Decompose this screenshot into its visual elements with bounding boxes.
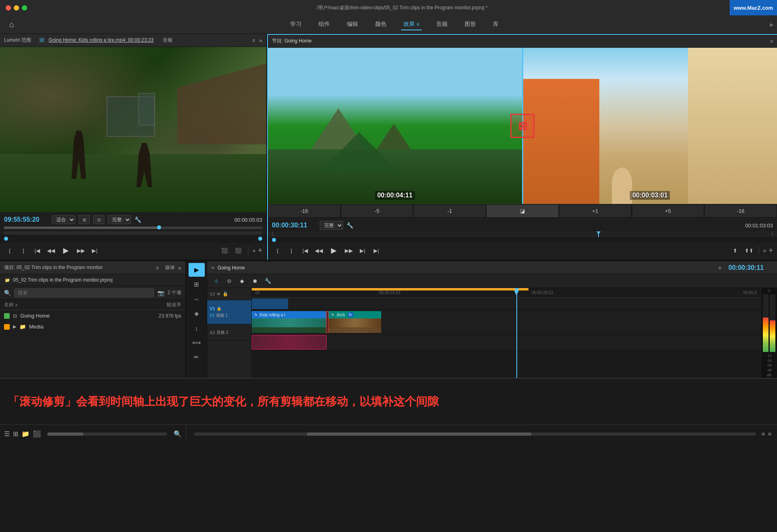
source-go-to-in-button[interactable]: |◀ bbox=[32, 246, 43, 255]
menu-item-graphics[interactable]: 图形 bbox=[462, 19, 478, 30]
program-quality-dropdown[interactable]: 完整 bbox=[320, 221, 343, 230]
timeline-scroll-thumb[interactable] bbox=[307, 432, 531, 436]
program-add-button[interactable]: + bbox=[769, 246, 773, 255]
program-step-back-button[interactable]: ◀◀ bbox=[313, 246, 325, 255]
program-controls-more[interactable]: » bbox=[763, 247, 766, 254]
project-item-going-home[interactable]: ⊟ Going Home 23.976 fps bbox=[0, 310, 185, 321]
bottom-icon-search[interactable]: 🔍 bbox=[174, 430, 182, 438]
source-mark-in-button[interactable]: { bbox=[4, 246, 15, 255]
ripple-edit-tool-button[interactable]: ↔ bbox=[189, 292, 205, 306]
timeline-close-button[interactable]: × bbox=[211, 265, 214, 271]
v1-lock-icon[interactable]: 🔒 bbox=[217, 306, 221, 311]
program-monitor-controls: 00:00:30:11 完整 🔧 00:01:03:03 | | bbox=[268, 218, 777, 260]
audio-tab[interactable]: 音频 bbox=[163, 37, 172, 44]
source-add-button[interactable]: + bbox=[258, 246, 262, 255]
source-insert-overwrite-button[interactable]: ⬛ bbox=[219, 246, 230, 255]
bottom-icon-new-sequence[interactable]: ⬛ bbox=[33, 430, 41, 438]
close-button[interactable] bbox=[6, 5, 11, 11]
source-scrubber[interactable] bbox=[4, 226, 262, 235]
home-button[interactable]: ⌂ bbox=[4, 17, 19, 32]
project-expand-icon[interactable]: » bbox=[178, 265, 181, 271]
program-step-forward-button[interactable]: ▶▶ bbox=[343, 246, 355, 255]
source-monitor-menu-icon[interactable]: ≡ bbox=[252, 38, 255, 43]
timeline-scroll-bar[interactable] bbox=[194, 432, 756, 436]
menu-item-color[interactable]: 颜色 bbox=[373, 19, 389, 30]
offset-plus5-button[interactable]: +5 bbox=[632, 204, 705, 218]
selection-tool-button[interactable]: ▶ bbox=[189, 263, 205, 277]
pen-tool-button[interactable]: ✏ bbox=[189, 350, 205, 364]
timeline-autokey-button[interactable]: ⏺ bbox=[249, 276, 261, 286]
razor-tool-button[interactable]: ◈ bbox=[189, 307, 205, 320]
program-go-to-in-button[interactable]: |◀ bbox=[299, 246, 311, 255]
program-go-to-next-edit[interactable]: ▶| bbox=[371, 246, 382, 255]
offset-plus1-button[interactable]: +1 bbox=[559, 204, 632, 218]
bottom-icon-grid[interactable]: ⊞ bbox=[13, 430, 18, 438]
project-menu-icon[interactable]: ≡ bbox=[156, 265, 159, 271]
timeline-add-marker-button[interactable]: ◆ bbox=[236, 276, 248, 286]
bottom-scroll-thumb[interactable] bbox=[47, 432, 83, 436]
track-select-tool-button[interactable]: ⊞ bbox=[189, 278, 205, 291]
menu-item-audio[interactable]: 音频 bbox=[434, 19, 450, 30]
menu-more-icon[interactable]: » bbox=[769, 21, 773, 28]
source-multi-cam-button[interactable]: ⊟ bbox=[93, 215, 104, 224]
program-lift-button[interactable]: ⬆ bbox=[730, 246, 741, 255]
program-mark-in-button[interactable]: { bbox=[272, 246, 283, 255]
menu-item-edit[interactable]: 编辑 bbox=[344, 19, 361, 30]
slide-tool-button[interactable]: ⟺ bbox=[189, 336, 205, 350]
source-step-back-button[interactable]: ◀◀ bbox=[45, 246, 57, 255]
source-settings-icon[interactable]: 🔧 bbox=[134, 216, 141, 223]
media-expand-arrow[interactable]: ▶ bbox=[13, 324, 16, 329]
timeline-scroll-left[interactable] bbox=[762, 432, 765, 436]
project-item-media[interactable]: ▶ 📁 Media bbox=[0, 321, 185, 332]
program-go-to-out-button[interactable]: ▶| bbox=[357, 246, 368, 255]
bottom-icon-new-bin[interactable]: 📁 bbox=[21, 430, 30, 438]
source-fit-dropdown[interactable]: 适合 bbox=[52, 215, 75, 224]
offset-minus1-button[interactable]: -1 bbox=[413, 204, 486, 218]
source-playhead-thumb[interactable] bbox=[157, 225, 161, 229]
fullscreen-button[interactable] bbox=[22, 5, 27, 11]
program-extract-button[interactable]: ⬆⬆ bbox=[743, 246, 755, 255]
timeline-scroll-right[interactable] bbox=[768, 432, 771, 436]
program-mark-out-button[interactable]: } bbox=[286, 246, 297, 255]
source-controls-more[interactable]: » bbox=[253, 247, 256, 254]
timeline-settings-button[interactable]: 🔧 bbox=[262, 276, 274, 286]
slip-tool-button[interactable]: ↕ bbox=[189, 321, 205, 335]
a2-audio-clip[interactable] bbox=[252, 335, 327, 350]
offset-minus16-right-button[interactable]: -16 bbox=[704, 204, 777, 218]
window-controls[interactable] bbox=[0, 5, 27, 11]
offset-split-button[interactable]: ◪ bbox=[486, 204, 559, 218]
bottom-icon-list[interactable]: ☰ bbox=[4, 430, 10, 438]
source-mark-out-button[interactable]: } bbox=[18, 246, 29, 255]
source-tab[interactable]: 源: Going Home: Kids rolling a tire.mp4: … bbox=[39, 37, 153, 44]
media-browser-tab[interactable]: 媒体 bbox=[165, 264, 175, 271]
source-monitor-header: Lumetri 范围 源: Going Home: Kids rolling a… bbox=[0, 34, 266, 47]
menu-item-library[interactable]: 库 bbox=[490, 19, 501, 30]
program-play-button[interactable]: ▶ bbox=[327, 244, 341, 256]
v2-lock-icon[interactable]: 🔒 bbox=[223, 291, 228, 297]
program-monitor-menu-icon[interactable]: ≡ bbox=[770, 38, 773, 44]
menu-item-components[interactable]: 组件 bbox=[316, 19, 332, 30]
source-play-button[interactable]: ▶ bbox=[59, 244, 73, 256]
project-view-icon[interactable]: 📷 bbox=[157, 290, 164, 296]
source-step-forward-button[interactable]: ▶▶ bbox=[75, 246, 87, 255]
source-monitor-expand-icon[interactable]: » bbox=[259, 37, 262, 44]
source-quality-dropdown[interactable]: 完整 bbox=[108, 215, 131, 224]
offset-minus5-button[interactable]: -5 bbox=[341, 204, 414, 218]
clip-arch[interactable]: fx Arch fx bbox=[329, 311, 381, 333]
source-insert-button[interactable]: ⊞ bbox=[79, 215, 90, 224]
v2-eye-icon[interactable]: 👁 bbox=[217, 292, 221, 297]
source-go-to-out-button[interactable]: ▶| bbox=[89, 246, 100, 255]
source-overwrite-button[interactable]: ⬛ bbox=[233, 246, 244, 255]
program-settings-icon[interactable]: 🔧 bbox=[346, 222, 353, 229]
menu-item-learn[interactable]: 学习 bbox=[288, 19, 304, 30]
timeline-link-button[interactable]: ⊝ bbox=[223, 276, 235, 286]
menu-item-effects[interactable]: 效果 ≡ bbox=[401, 19, 422, 30]
trim-roll-icon[interactable]: ⊠ bbox=[510, 114, 535, 138]
offset-minus16-button[interactable]: -16 bbox=[268, 204, 341, 218]
bottom-progress-bar[interactable] bbox=[47, 432, 167, 436]
timeline-snap-button[interactable]: ⊹ bbox=[210, 276, 222, 286]
project-search-input[interactable] bbox=[14, 288, 154, 297]
timeline-menu-icon[interactable]: ≡ bbox=[718, 265, 721, 271]
clip-kids-rolling[interactable]: fx Kids rolling a t bbox=[252, 311, 327, 333]
minimize-button[interactable] bbox=[14, 5, 19, 11]
